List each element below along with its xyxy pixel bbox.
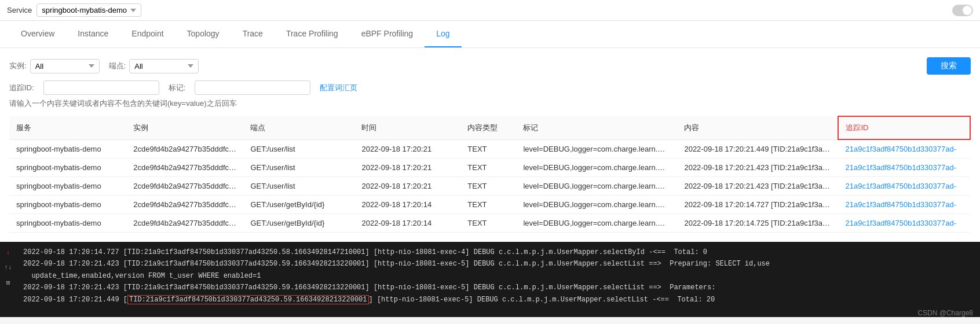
cell-content_type: TEXT: [460, 177, 516, 196]
cell-time: 2022-09-18 17:20:14: [354, 196, 460, 214]
tab-trace-profiling[interactable]: Trace Profiling: [275, 21, 350, 47]
search-button[interactable]: 搜索: [927, 57, 971, 75]
data-table: 服务 实例 端点 时间 内容类型 标记 内容 追踪ID springboot-m…: [9, 116, 971, 233]
col-instance: 实例: [126, 116, 243, 139]
watermark: CSDN @Charge8: [917, 309, 973, 317]
config-link[interactable]: 配置词汇页: [320, 83, 357, 93]
service-label: Service: [7, 6, 32, 14]
table-row: springboot-mybatis-demo2cde9fd4b2a94277b…: [9, 177, 970, 196]
cell-time: 2022-09-18 17:20:21: [354, 159, 460, 177]
log-line: 2022-09-18 17:20:21.423 [TID:21a9c1f3adf…: [23, 258, 973, 270]
cell-trace_id[interactable]: 21a9c1f3adf84750b1d330377ad-: [838, 214, 970, 233]
cell-service: springboot-mybatis-demo: [9, 139, 126, 159]
cell-instance: 2cde9fd4b2a94277b35dddfc1bb...: [126, 159, 243, 177]
tab-instance[interactable]: Instance: [66, 21, 120, 47]
highlighted-tid: TID:21a9c1f3adf84750b1d330377ad43250.59.…: [127, 295, 368, 304]
cell-content_type: TEXT: [460, 159, 516, 177]
col-tag: 标记: [516, 116, 677, 139]
log-panel: ↓ ↑↓ ⊞ 2022-09-18 17:20:14.727 [TID:21a9…: [0, 242, 980, 317]
cell-instance: 2cde9fd4b2a94277b35dddfc1bb...: [126, 177, 243, 196]
cell-instance: 2cde9fd4b2a94277b35dddfc1bb...: [126, 196, 243, 214]
table-row: springboot-mybatis-demo2cde9fd4b2a94277b…: [9, 139, 970, 159]
cell-content: 2022-09-18 17:20:14.725 [TID:21a9c1f3adf…: [677, 214, 838, 233]
tab-overview[interactable]: Overview: [9, 21, 66, 47]
cell-content: 2022-09-18 17:20:14.727 [TID:21a9c1f3adf…: [677, 196, 838, 214]
cell-endpoint: GET:/user/getById/{id}: [243, 214, 354, 233]
cell-endpoint: GET:/user/list: [243, 177, 354, 196]
log-content: 2022-09-18 17:20:14.727 [TID:21a9c1f3adf…: [23, 246, 973, 305]
cell-time: 2022-09-18 17:20:14: [354, 214, 460, 233]
cell-trace_id[interactable]: 21a9c1f3adf84750b1d330377ad-: [838, 196, 970, 214]
tab-topology[interactable]: Topology: [175, 21, 231, 47]
service-select[interactable]: springboot-mybatis-demo: [36, 3, 141, 17]
tab-endpoint[interactable]: Endpoint: [120, 21, 175, 47]
cell-content_type: TEXT: [460, 214, 516, 233]
copy-icon[interactable]: ⊞: [2, 277, 14, 288]
cell-trace_id[interactable]: 21a9c1f3adf84750b1d330377ad-: [838, 159, 970, 177]
cell-endpoint: GET:/user/list: [243, 159, 354, 177]
main-content: 实例: All 端点: All 搜索 追踪ID: 标记: 配置词汇页 请输入一个…: [0, 48, 980, 242]
col-time: 时间: [354, 116, 460, 139]
col-trace-id: 追踪ID: [838, 116, 970, 139]
cell-instance: 2cde9fd4b2a94277b35dddfc1bb...: [126, 214, 243, 233]
cell-tag: level=DEBUG,logger=com.charge.learn.myba…: [516, 159, 677, 177]
tab-trace[interactable]: Trace: [231, 21, 275, 47]
nav-tabs: Overview Instance Endpoint Topology Trac…: [0, 21, 980, 48]
col-content-type: 内容类型: [460, 116, 516, 139]
table-header-row: 服务 实例 端点 时间 内容类型 标记 内容 追踪ID: [9, 116, 970, 139]
cell-endpoint: GET:/user/list: [243, 139, 354, 159]
cell-service: springboot-mybatis-demo: [9, 177, 126, 196]
cell-content_type: TEXT: [460, 139, 516, 159]
log-line: update_time,enabled,version FROM t_user …: [23, 270, 973, 282]
trace-id-label: 追踪ID:: [9, 83, 34, 93]
filter-row-2: 追踪ID: 标记: 配置词汇页: [9, 80, 971, 95]
instance-select[interactable]: All: [30, 59, 100, 73]
table-row: springboot-mybatis-demo2cde9fd4b2a94277b…: [9, 214, 970, 233]
instance-filter-group: 实例: All: [9, 59, 100, 73]
cell-content_type: TEXT: [460, 196, 516, 214]
table-row: springboot-mybatis-demo2cde9fd4b2a94277b…: [9, 159, 970, 177]
cell-time: 2022-09-18 17:20:21: [354, 139, 460, 159]
filter-row-1: 实例: All 端点: All 搜索: [9, 57, 971, 75]
cell-content: 2022-09-18 17:20:21.449 [TID:21a9c1f3adf…: [677, 139, 838, 159]
cell-content: 2022-09-18 17:20:21.423 [TID:21a9c1f3adf…: [677, 159, 838, 177]
cell-endpoint: GET:/user/getById/{id}: [243, 196, 354, 214]
cell-service: springboot-mybatis-demo: [9, 159, 126, 177]
toggle-switch[interactable]: [952, 5, 973, 16]
cell-service: springboot-mybatis-demo: [9, 214, 126, 233]
tab-log[interactable]: Log: [425, 21, 461, 47]
tab-ebpf-profiling[interactable]: eBPF Profiling: [350, 21, 425, 47]
table-row: springboot-mybatis-demo2cde9fd4b2a94277b…: [9, 196, 970, 214]
scroll-down-icon[interactable]: ↓: [2, 246, 14, 258]
log-line: 2022-09-18 17:20:21.449 [TID:21a9c1f3adf…: [23, 294, 973, 305]
trace-id-input[interactable]: [43, 80, 159, 95]
log-line: 2022-09-18 17:20:21.423 [TID:21a9c1f3adf…: [23, 282, 973, 293]
endpoint-filter-group: 端点: All: [109, 59, 199, 73]
col-content: 内容: [677, 116, 838, 139]
instance-label: 实例:: [9, 61, 27, 71]
cell-time: 2022-09-18 17:20:21: [354, 177, 460, 196]
top-bar: Service springboot-mybatis-demo: [0, 0, 980, 21]
cell-service: springboot-mybatis-demo: [9, 196, 126, 214]
log-line: 2022-09-18 17:20:14.727 [TID:21a9c1f3adf…: [23, 246, 973, 258]
tag-label: 标记:: [169, 83, 186, 93]
cell-tag: level=DEBUG,logger=com.charge.learn.myba…: [516, 196, 677, 214]
cell-instance: 2cde9fd4b2a94277b35dddfc1bb...: [126, 139, 243, 159]
cell-content: 2022-09-18 17:20:21.423 [TID:21a9c1f3adf…: [677, 177, 838, 196]
endpoint-label: 端点:: [109, 61, 126, 71]
tag-input[interactable]: [195, 80, 310, 95]
col-service: 服务: [9, 116, 126, 139]
cell-trace_id[interactable]: 21a9c1f3adf84750b1d330377ad-: [838, 177, 970, 196]
cell-tag: level=DEBUG,logger=com.charge.learn.myba…: [516, 214, 677, 233]
cell-tag: level=DEBUG,logger=com.charge.learn.myba…: [516, 139, 677, 159]
endpoint-select[interactable]: All: [129, 59, 199, 73]
cell-trace_id[interactable]: 21a9c1f3adf84750b1d330377ad-: [838, 139, 970, 159]
hint-text: 请输入一个内容关键词或者内容不包含的关键词(key=value)之后回车: [9, 98, 971, 109]
cell-tag: level=DEBUG,logger=com.charge.learn.myba…: [516, 177, 677, 196]
scroll-up-icon[interactable]: ↑↓: [2, 262, 14, 273]
col-endpoint: 端点: [243, 116, 354, 139]
log-icons: ↓ ↑↓ ⊞: [2, 246, 14, 288]
